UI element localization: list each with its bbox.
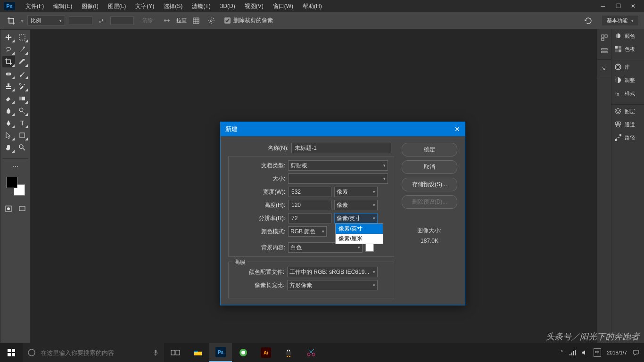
lasso-tool[interactable]: [2, 44, 15, 55]
panel-swatches[interactable]: 色板: [611, 42, 644, 56]
hand-tool[interactable]: [2, 142, 15, 153]
straighten-icon[interactable]: [161, 15, 173, 26]
edit-toolbar[interactable]: ⋯: [9, 161, 22, 172]
dock-properties-icon[interactable]: [597, 44, 611, 58]
search-input[interactable]: [41, 349, 147, 356]
screenmode-icon[interactable]: [16, 203, 29, 214]
quickmask-icon[interactable]: [2, 203, 15, 214]
reset-icon[interactable]: [584, 16, 593, 25]
taskview-icon[interactable]: [164, 343, 187, 362]
menu-layer[interactable]: 图层(L): [103, 0, 131, 12]
width-input[interactable]: [288, 187, 331, 197]
menu-select[interactable]: 选择(S): [159, 0, 187, 12]
tray-volume-icon[interactable]: [581, 349, 588, 356]
cancel-button[interactable]: 取消: [402, 160, 457, 174]
resolution-input[interactable]: [288, 213, 331, 223]
ratio-h-input[interactable]: [110, 16, 134, 25]
foreground-color[interactable]: [6, 177, 17, 188]
pen-tool[interactable]: [2, 117, 15, 129]
zoom-tool[interactable]: [16, 142, 29, 153]
height-unit-dropdown[interactable]: 像素▾: [334, 200, 378, 210]
mic-icon[interactable]: [152, 349, 159, 356]
explorer-app[interactable]: [187, 343, 209, 362]
minimize-icon[interactable]: ─: [600, 3, 606, 9]
menu-3d[interactable]: 3D(D): [215, 1, 240, 11]
bg-color-swatch[interactable]: [365, 243, 374, 252]
ratio-dropdown[interactable]: 比例▾: [27, 16, 65, 25]
workspace-dropdown[interactable]: 基本功能▾: [602, 16, 638, 25]
menu-window[interactable]: 窗口(W): [268, 0, 298, 12]
dropdown-option[interactable]: 像素/英寸: [336, 224, 383, 234]
size-dropdown[interactable]: ▾: [288, 173, 388, 184]
panel-styles[interactable]: fx样式: [611, 87, 644, 100]
maximize-icon[interactable]: ❐: [615, 3, 621, 9]
close-icon[interactable]: ✕: [630, 3, 636, 9]
crop-tool-icon[interactable]: [6, 15, 17, 26]
illustrator-app[interactable]: Ai: [255, 343, 277, 362]
menu-image[interactable]: 图像(I): [77, 0, 103, 12]
panel-layers[interactable]: 图层: [611, 105, 644, 118]
menu-edit[interactable]: 编辑(E): [49, 0, 77, 12]
photoshop-app[interactable]: Ps: [209, 343, 232, 362]
width-unit-dropdown[interactable]: 像素▾: [334, 187, 378, 197]
brush-tool[interactable]: [16, 68, 29, 80]
color-swatch[interactable]: [6, 177, 25, 196]
aspect-dropdown[interactable]: 方形像素▾: [287, 280, 378, 290]
profile-dropdown[interactable]: 工作中的 RGB: sRGB IEC619...▾: [287, 267, 378, 277]
move-tool[interactable]: [2, 32, 15, 43]
dialog-close-icon[interactable]: ✕: [454, 125, 460, 133]
grid-overlay-icon[interactable]: [190, 15, 202, 26]
heal-tool[interactable]: [2, 68, 15, 80]
tray-date[interactable]: 2018/1/7: [607, 350, 627, 355]
dialog-titlebar[interactable]: 新建 ✕: [221, 122, 465, 136]
name-input[interactable]: [291, 143, 391, 153]
dodge-tool[interactable]: [16, 105, 29, 116]
panel-libraries[interactable]: 库: [611, 60, 644, 74]
panel-adjustments[interactable]: 调整: [611, 74, 644, 87]
blur-tool[interactable]: [2, 105, 15, 116]
menu-view[interactable]: 视图(V): [240, 0, 268, 12]
menu-help[interactable]: 帮助(H): [298, 0, 327, 12]
menu-filter[interactable]: 滤镜(T): [187, 0, 215, 12]
crop-tool[interactable]: [2, 56, 15, 67]
menu-type[interactable]: 文字(Y): [131, 0, 159, 12]
marquee-tool[interactable]: [16, 32, 29, 43]
tray-chevron-icon[interactable]: ˄: [561, 350, 563, 356]
delete-preset-button[interactable]: 删除预设(D)...: [402, 195, 457, 209]
height-input[interactable]: [288, 200, 331, 210]
mode-dropdown[interactable]: RGB 颜色▾: [288, 226, 327, 237]
dock-history-icon[interactable]: [597, 31, 611, 44]
dropdown-option[interactable]: 像素/厘米: [336, 234, 383, 244]
resolution-unit-dropdown[interactable]: 像素/英寸▾: [334, 213, 378, 223]
save-preset-button[interactable]: 存储预设(S)...: [402, 178, 457, 191]
panel-color[interactable]: 颜色: [611, 29, 644, 42]
qq-app[interactable]: [277, 343, 300, 362]
tray-notification-icon[interactable]: [633, 349, 639, 356]
ratio-w-input[interactable]: [69, 16, 92, 25]
magic-wand-tool[interactable]: [16, 44, 29, 55]
browser-app[interactable]: [232, 343, 255, 362]
stamp-tool[interactable]: [2, 81, 15, 92]
tray-ime-icon[interactable]: 中: [594, 348, 601, 357]
taskbar-search[interactable]: [23, 343, 164, 362]
delete-cropped-checkbox[interactable]: 删除裁剪的像素: [224, 16, 273, 25]
start-button[interactable]: [0, 343, 23, 362]
preset-dropdown[interactable]: 剪贴板▾: [288, 160, 388, 171]
clear-button[interactable]: 清除: [138, 16, 157, 25]
gear-icon[interactable]: [206, 15, 217, 26]
panel-paths[interactable]: 路径: [611, 131, 644, 144]
tray-network-icon[interactable]: [569, 349, 576, 356]
menu-file[interactable]: 文件(F): [21, 0, 49, 12]
dock-character-icon[interactable]: [597, 62, 611, 75]
gradient-tool[interactable]: [16, 93, 29, 104]
eyedropper-tool[interactable]: [16, 56, 29, 67]
panel-channels[interactable]: 通道: [611, 118, 644, 131]
history-brush-tool[interactable]: [16, 81, 29, 92]
shape-tool[interactable]: [16, 130, 29, 141]
swap-icon[interactable]: ⇄: [96, 17, 107, 24]
ok-button[interactable]: 确定: [402, 143, 457, 156]
type-tool[interactable]: T: [16, 117, 29, 129]
path-select-tool[interactable]: [2, 130, 15, 141]
eraser-tool[interactable]: [2, 93, 15, 104]
snip-app[interactable]: [300, 343, 322, 362]
